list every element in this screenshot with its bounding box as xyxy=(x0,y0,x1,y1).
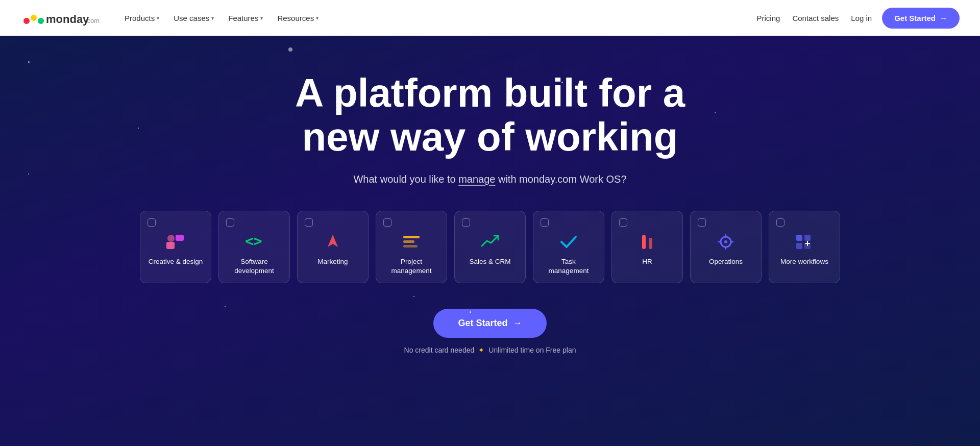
nav-features[interactable]: Features ▾ xyxy=(222,10,269,27)
project-icon xyxy=(383,233,439,251)
star-decoration xyxy=(28,174,29,175)
chevron-down-icon: ▾ xyxy=(260,15,263,21)
svg-rect-6 xyxy=(176,235,184,241)
hero-subtitle: What would you like to manage with monda… xyxy=(353,174,626,185)
card-label-creative: Creative & design xyxy=(148,257,204,266)
svg-text:.com: .com xyxy=(85,17,100,24)
task-icon xyxy=(541,233,597,251)
manage-word: manage xyxy=(458,174,495,185)
software-icon: <> xyxy=(226,233,282,251)
star-decoration xyxy=(225,306,226,307)
card-label-sales: Sales & CRM xyxy=(462,257,518,266)
hero-get-started-button[interactable]: Get Started → xyxy=(433,309,546,338)
card-checkbox-creative[interactable] xyxy=(148,218,156,227)
card-checkbox-task[interactable] xyxy=(541,218,549,227)
workflow-card-task[interactable]: Task management xyxy=(533,211,604,283)
creative-icon xyxy=(148,233,204,251)
nav-left: monday .com Products ▾ Use cases ▾ Featu… xyxy=(20,9,325,27)
card-checkbox-marketing[interactable] xyxy=(305,218,313,227)
cta-note: No credit card needed ✦ Unlimited time o… xyxy=(404,346,576,354)
svg-text:<>: <> xyxy=(245,233,262,250)
card-label-software: Software development xyxy=(226,257,282,276)
svg-point-0 xyxy=(23,18,30,24)
star-decoration xyxy=(561,82,563,83)
svg-point-16 xyxy=(724,240,727,243)
card-label-task: Task management xyxy=(541,257,597,276)
workflow-card-marketing[interactable]: Marketing xyxy=(297,211,369,283)
nav-right: Pricing Contact sales Log in Get Started… xyxy=(757,8,960,29)
card-checkbox-operations[interactable] xyxy=(698,218,706,227)
workflow-card-more[interactable]: More workflows xyxy=(769,211,840,283)
svg-rect-22 xyxy=(804,235,811,241)
workflow-card-software[interactable]: <> Software development xyxy=(218,211,290,283)
nav-resources[interactable]: Resources ▾ xyxy=(271,10,325,27)
card-label-operations: Operations xyxy=(698,257,754,266)
card-checkbox-hr[interactable] xyxy=(619,218,627,227)
card-checkbox-more[interactable] xyxy=(776,218,785,227)
chevron-down-icon: ▾ xyxy=(316,15,318,21)
svg-text:monday: monday xyxy=(46,13,89,26)
workflow-card-operations[interactable]: Operations xyxy=(690,211,762,283)
star-decoration xyxy=(715,112,716,113)
svg-rect-23 xyxy=(796,243,802,249)
cta-section: Get Started → No credit card needed ✦ Un… xyxy=(404,309,576,354)
card-checkbox-software[interactable] xyxy=(226,218,234,227)
nav-links: Products ▾ Use cases ▾ Features ▾ Resour… xyxy=(118,10,325,27)
svg-rect-5 xyxy=(166,242,175,249)
cursor xyxy=(288,47,292,52)
svg-point-7 xyxy=(167,235,175,242)
chevron-down-icon: ▾ xyxy=(211,15,214,21)
svg-marker-9 xyxy=(328,235,338,247)
card-checkbox-sales[interactable] xyxy=(462,218,470,227)
card-label-hr: HR xyxy=(619,257,675,266)
marketing-icon xyxy=(305,233,361,251)
sales-icon xyxy=(462,233,518,251)
star-decoration xyxy=(138,128,139,129)
nav-use-cases[interactable]: Use cases ▾ xyxy=(167,10,220,27)
hr-icon xyxy=(619,233,675,251)
workflow-card-creative[interactable]: Creative & design xyxy=(140,211,211,283)
svg-rect-10 xyxy=(403,236,420,238)
star-decoration xyxy=(470,311,471,313)
card-checkbox-project[interactable] xyxy=(383,218,391,227)
nav-contact-sales[interactable]: Contact sales xyxy=(792,14,839,22)
card-label-marketing: Marketing xyxy=(305,257,361,266)
hero-title: A platform built for a new way of workin… xyxy=(295,71,685,159)
star-decoration xyxy=(413,296,414,297)
star-decoration xyxy=(28,61,30,63)
nav-get-started-button[interactable]: Get Started → xyxy=(882,8,960,29)
svg-rect-21 xyxy=(796,235,802,241)
svg-rect-12 xyxy=(403,245,418,247)
operations-icon xyxy=(698,233,754,251)
logo[interactable]: monday .com xyxy=(20,9,102,27)
svg-point-1 xyxy=(31,15,37,21)
hero-section: A platform built for a new way of workin… xyxy=(0,0,980,446)
svg-rect-13 xyxy=(642,235,646,249)
workflow-card-project[interactable]: Project management xyxy=(376,211,447,283)
workflow-grid: Creative & design <> Software developmen… xyxy=(130,211,850,283)
nav-pricing[interactable]: Pricing xyxy=(757,14,780,22)
svg-rect-14 xyxy=(649,238,652,249)
more-icon xyxy=(776,233,832,251)
card-label-more: More workflows xyxy=(776,257,832,266)
card-label-project: Project management xyxy=(383,257,439,276)
nav-right-links: Pricing Contact sales Log in xyxy=(757,14,872,22)
chevron-down-icon: ▾ xyxy=(157,15,159,21)
nav-products[interactable]: Products ▾ xyxy=(118,10,165,27)
svg-rect-11 xyxy=(403,240,414,243)
workflow-card-sales[interactable]: Sales & CRM xyxy=(454,211,526,283)
navbar: monday .com Products ▾ Use cases ▾ Featu… xyxy=(0,0,980,36)
svg-point-2 xyxy=(38,18,44,24)
workflow-card-hr[interactable]: HR xyxy=(611,211,683,283)
diamond-icon: ✦ xyxy=(478,346,484,354)
nav-login[interactable]: Log in xyxy=(851,14,872,22)
